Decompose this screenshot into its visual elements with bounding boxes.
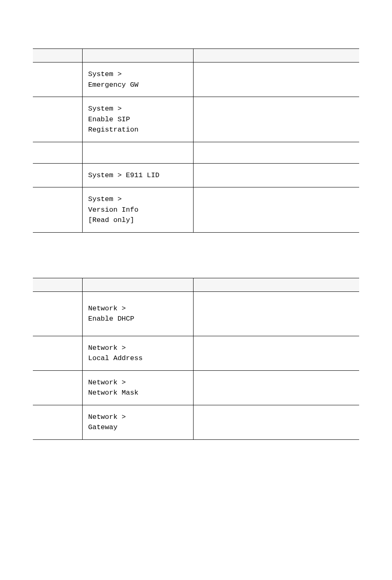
cell-col2: Network > Enable DHCP: [82, 291, 193, 336]
cell-col3: [193, 142, 359, 163]
cell-col3: [193, 370, 359, 405]
cell-col2: System > Enable SIP Registration: [82, 97, 193, 142]
header-cell: [33, 278, 82, 291]
cell-col3: [193, 97, 359, 142]
cell-col3: [193, 336, 359, 370]
table-row: Network > Network Mask: [33, 370, 359, 405]
cell-col2: Network > Network Mask: [82, 370, 193, 405]
header-cell: [33, 49, 82, 62]
cell-col1: [33, 142, 82, 163]
page-content: System > Emergency GW System > Enable SI…: [0, 0, 392, 440]
system-menu-table: System > Emergency GW System > Enable SI…: [33, 49, 359, 233]
cell-col2: System > Emergency GW: [82, 62, 193, 97]
cell-col1: [33, 97, 82, 142]
table-row: System > E911 LID: [33, 163, 359, 187]
header-cell: [193, 278, 359, 291]
network-menu-table: Network > Enable DHCP Network > Local Ad…: [33, 278, 359, 440]
cell-col3: [193, 187, 359, 233]
table-row: [33, 142, 359, 163]
cell-col1: [33, 405, 82, 439]
table-row: System > Version Info [Read only]: [33, 187, 359, 233]
table-header: [33, 49, 359, 62]
cell-col1: [33, 62, 82, 97]
table-header: [33, 278, 359, 291]
cell-col3: [193, 163, 359, 187]
header-cell: [82, 49, 193, 62]
cell-col2: System > E911 LID: [82, 163, 193, 187]
cell-col2: System > Version Info [Read only]: [82, 187, 193, 233]
table-row: Network > Enable DHCP: [33, 291, 359, 336]
cell-col2: Network > Gateway: [82, 405, 193, 439]
table-row: Network > Gateway: [33, 405, 359, 439]
header-cell: [82, 278, 193, 291]
cell-col3: [193, 405, 359, 439]
cell-col3: [193, 291, 359, 336]
cell-col1: [33, 370, 82, 405]
cell-col1: [33, 187, 82, 233]
cell-col3: [193, 62, 359, 97]
table-row: System > Emergency GW: [33, 62, 359, 97]
table-row: Network > Local Address: [33, 336, 359, 370]
cell-col1: [33, 336, 82, 370]
header-cell: [193, 49, 359, 62]
table-row: System > Enable SIP Registration: [33, 97, 359, 142]
cell-col1: [33, 163, 82, 187]
cell-col2: [82, 142, 193, 163]
cell-col2: Network > Local Address: [82, 336, 193, 370]
cell-col1: [33, 291, 82, 336]
